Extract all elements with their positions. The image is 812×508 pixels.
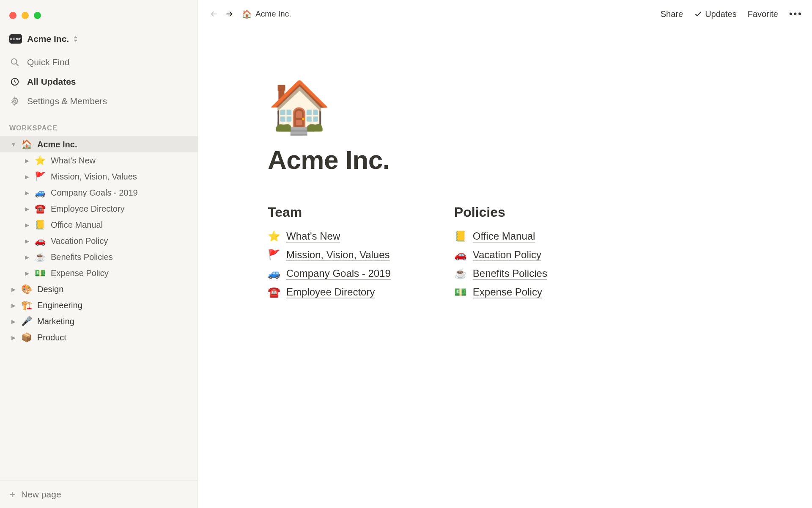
page-emoji-icon: ☕ (35, 252, 46, 262)
breadcrumb[interactable]: 🏠 Acme Inc. (242, 9, 291, 19)
link-emoji-icon: ⭐ (268, 230, 280, 242)
chevron-right-icon[interactable]: ▶ (23, 206, 31, 212)
column-policies: Policies 📒 Office Manual 🚗 Vacation Poli… (454, 204, 547, 305)
page-title[interactable]: Acme Inc. (268, 145, 674, 175)
tree-item-label: Mission, Vision, Values (51, 172, 137, 182)
tree-item-child[interactable]: ▶ 📒 Office Manual (0, 217, 198, 233)
column-heading[interactable]: Policies (454, 204, 547, 220)
updates-label: Updates (705, 9, 737, 19)
link-emoji-icon: 📒 (454, 230, 467, 242)
workspace-switcher[interactable]: ACME Acme Inc. (0, 30, 198, 51)
page-link[interactable]: ⭐ What's New (268, 230, 391, 242)
chevron-right-icon[interactable]: ▶ (23, 157, 31, 164)
chevron-right-icon[interactable]: ▶ (9, 334, 18, 341)
page-emoji-icon: 🚙 (35, 188, 46, 198)
link-label: What's New (286, 230, 340, 242)
search-icon (9, 57, 20, 68)
link-label: Company Goals - 2019 (286, 268, 391, 279)
tree-item-child[interactable]: ▶ ☕ Benefits Policies (0, 249, 198, 265)
tree-item-label: Engineering (37, 301, 82, 310)
page-emoji-icon: 🚩 (35, 171, 46, 182)
window-close-button[interactable] (9, 12, 16, 19)
tree-item-label: Product (37, 333, 66, 342)
link-emoji-icon: 💵 (454, 286, 467, 298)
page-link[interactable]: 📒 Office Manual (454, 230, 547, 242)
all-updates-label: All Updates (27, 77, 76, 87)
check-icon (694, 10, 702, 18)
link-emoji-icon: 🚗 (454, 249, 467, 261)
chevron-down-icon[interactable]: ▼ (9, 141, 18, 148)
svg-point-0 (11, 59, 17, 64)
page-emoji-icon: 🎤 (21, 316, 32, 326)
chevron-right-icon[interactable]: ▶ (9, 302, 18, 309)
window-maximize-button[interactable] (34, 12, 41, 19)
tree-item-child[interactable]: ▶ 💵 Expense Policy (0, 265, 198, 281)
link-label: Benefits Policies (473, 268, 547, 279)
topbar-actions: Share Updates Favorite ••• (661, 8, 803, 19)
tree-item-label: Vacation Policy (51, 236, 108, 246)
tree-item-child[interactable]: ▶ 🚩 Mission, Vision, Values (0, 168, 198, 185)
new-page-button[interactable]: + New page (0, 480, 198, 508)
link-emoji-icon: 🚙 (268, 268, 280, 279)
page-icon[interactable]: 🏠 (268, 81, 674, 132)
page-link[interactable]: ☎️ Employee Directory (268, 286, 391, 298)
plus-icon: + (9, 489, 15, 500)
breadcrumb-label: Acme Inc. (255, 9, 291, 19)
chevron-right-icon[interactable]: ▶ (9, 318, 18, 325)
chevron-right-icon[interactable]: ▶ (23, 222, 31, 228)
link-emoji-icon: 🚩 (268, 249, 280, 261)
chevron-right-icon[interactable]: ▶ (23, 270, 31, 276)
chevron-right-icon[interactable]: ▶ (23, 254, 31, 260)
page-emoji-icon: 🎨 (21, 284, 32, 294)
page-link[interactable]: 🚙 Company Goals - 2019 (268, 268, 391, 279)
tree-item-label: Expense Policy (51, 268, 109, 278)
page-link[interactable]: 🚗 Vacation Policy (454, 249, 547, 261)
nav-back-button[interactable] (207, 7, 221, 21)
settings-members-button[interactable]: Settings & Members (0, 91, 198, 111)
tree-item-sibling[interactable]: ▶ 🏗️ Engineering (0, 297, 198, 313)
updates-button[interactable]: Updates (694, 9, 737, 19)
tree-item-child[interactable]: ▶ ⭐ What's New (0, 152, 198, 168)
nav-forward-button[interactable] (222, 7, 236, 21)
workspace-badge: ACME (9, 34, 22, 44)
favorite-button[interactable]: Favorite (748, 9, 778, 19)
tree-item-child[interactable]: ▶ 🚗 Vacation Policy (0, 233, 198, 249)
window-controls (9, 12, 41, 19)
all-updates-button[interactable]: All Updates (0, 72, 198, 91)
column-team: Team ⭐ What's New 🚩 Mission, Vision, Val… (268, 204, 391, 305)
tree-item-child[interactable]: ▶ 🚙 Company Goals - 2019 (0, 185, 198, 201)
tree-item-label: Marketing (37, 317, 74, 326)
chevron-right-icon[interactable]: ▶ (23, 174, 31, 180)
tree-item-label: Benefits Policies (51, 252, 113, 262)
chevron-up-down-icon (73, 36, 78, 42)
tree-item-sibling[interactable]: ▶ 📦 Product (0, 329, 198, 345)
chevron-right-icon[interactable]: ▶ (9, 286, 18, 293)
page-emoji-icon: 📦 (21, 332, 32, 342)
chevron-right-icon[interactable]: ▶ (23, 238, 31, 244)
page-emoji-icon: ☎️ (35, 204, 46, 214)
share-button[interactable]: Share (661, 9, 683, 19)
quick-find-button[interactable]: Quick Find (0, 52, 198, 72)
gear-icon (9, 96, 20, 107)
quick-find-label: Quick Find (27, 57, 69, 67)
page-link[interactable]: 💵 Expense Policy (454, 286, 547, 298)
tree-item-root[interactable]: ▼ 🏠 Acme Inc. (0, 136, 198, 152)
tree-item-sibling[interactable]: ▶ 🎤 Marketing (0, 313, 198, 329)
page-link[interactable]: 🚩 Mission, Vision, Values (268, 249, 391, 261)
svg-line-1 (16, 64, 19, 66)
chevron-right-icon[interactable]: ▶ (23, 190, 31, 196)
tree-item-label: Company Goals - 2019 (51, 188, 138, 198)
tree-item-sibling[interactable]: ▶ 🎨 Design (0, 281, 198, 297)
link-emoji-icon: ☎️ (268, 286, 280, 298)
new-page-label: New page (21, 489, 61, 500)
main: 🏠 Acme Inc. Share Updates Favorite ••• 🏠… (198, 0, 812, 508)
more-menu-button[interactable]: ••• (789, 8, 803, 19)
tree-item-label: Employee Directory (51, 204, 125, 214)
sidebar-utils: Quick Find All Updates Settings & Member… (0, 51, 198, 117)
page-emoji-icon: 🚗 (35, 236, 46, 246)
clock-icon (9, 76, 20, 87)
tree-item-child[interactable]: ▶ ☎️ Employee Directory (0, 201, 198, 217)
window-minimize-button[interactable] (22, 12, 29, 19)
column-heading[interactable]: Team (268, 204, 391, 220)
page-link[interactable]: ☕ Benefits Policies (454, 268, 547, 279)
